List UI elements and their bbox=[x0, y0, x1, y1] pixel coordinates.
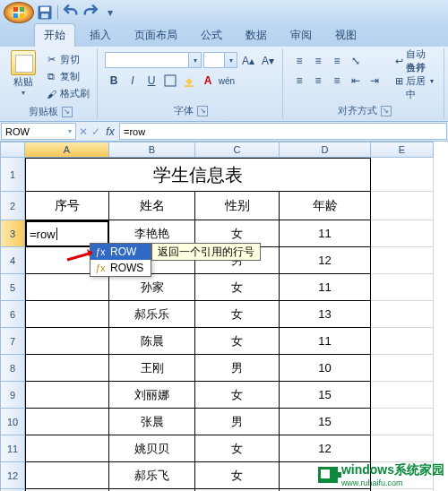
col-header-b[interactable]: B bbox=[109, 142, 195, 158]
col-header-e[interactable]: E bbox=[371, 142, 434, 158]
shrink-font-button[interactable]: A▾ bbox=[259, 52, 277, 70]
align-bottom-button[interactable]: ≡ bbox=[328, 52, 346, 70]
cell[interactable] bbox=[371, 435, 434, 462]
cell[interactable]: 陈晨 bbox=[109, 328, 195, 355]
cell[interactable] bbox=[25, 301, 109, 328]
cell[interactable]: 王刚 bbox=[109, 355, 195, 382]
cell[interactable]: 郝乐飞 bbox=[109, 462, 195, 489]
bold-button[interactable]: B bbox=[105, 72, 123, 90]
align-left-button[interactable]: ≡ bbox=[290, 72, 308, 90]
cell[interactable] bbox=[371, 247, 434, 274]
cell[interactable]: 张晨 bbox=[109, 409, 195, 435]
save-icon[interactable] bbox=[36, 4, 54, 22]
cell[interactable] bbox=[25, 328, 109, 355]
copy-button[interactable]: ⧉复制 bbox=[43, 69, 91, 84]
cell[interactable] bbox=[25, 435, 109, 462]
cell[interactable]: 女 bbox=[195, 382, 280, 409]
office-button[interactable] bbox=[4, 2, 34, 23]
tab-formulas[interactable]: 公式 bbox=[192, 24, 231, 47]
cell[interactable]: 女 bbox=[195, 274, 280, 301]
tab-data[interactable]: 数据 bbox=[237, 24, 276, 47]
fx-icon[interactable]: fx bbox=[102, 122, 118, 141]
qat-customize-icon[interactable]: ▾ bbox=[101, 4, 119, 22]
align-dialog-launcher[interactable]: ↘ bbox=[381, 106, 392, 116]
row-header[interactable]: 3 bbox=[0, 220, 25, 247]
tab-view[interactable]: 视图 bbox=[326, 24, 366, 47]
tab-home[interactable]: 开始 bbox=[34, 23, 75, 47]
chevron-down-icon[interactable]: ▾ bbox=[430, 77, 434, 85]
cell[interactable]: 刘丽娜 bbox=[109, 382, 195, 409]
align-middle-button[interactable]: ≡ bbox=[309, 52, 327, 70]
row-header[interactable]: 4 bbox=[0, 247, 25, 274]
row-header[interactable]: 5 bbox=[0, 274, 25, 301]
fill-color-button[interactable] bbox=[180, 72, 198, 90]
cell[interactable]: 孙家 bbox=[109, 274, 195, 301]
cell[interactable] bbox=[371, 355, 434, 382]
cell[interactable]: 郝乐乐 bbox=[109, 301, 195, 328]
cell[interactable] bbox=[25, 409, 109, 435]
cell[interactable] bbox=[371, 301, 434, 328]
cell[interactable] bbox=[371, 382, 434, 409]
cell[interactable]: 11 bbox=[280, 274, 371, 301]
tab-insert[interactable]: 插入 bbox=[81, 24, 120, 47]
row-header[interactable]: 1 bbox=[0, 158, 25, 192]
cell[interactable] bbox=[25, 355, 109, 382]
font-color-button[interactable]: A bbox=[199, 72, 217, 90]
paste-button[interactable]: 粘贴 bbox=[13, 75, 33, 89]
cell[interactable]: 年龄 bbox=[280, 192, 371, 220]
clipboard-dialog-launcher[interactable]: ↘ bbox=[62, 107, 73, 117]
row-header[interactable]: 8 bbox=[0, 355, 25, 382]
cell[interactable]: 女 bbox=[195, 301, 280, 328]
select-all-button[interactable] bbox=[0, 142, 25, 158]
cell[interactable]: 11 bbox=[280, 328, 371, 355]
row-header[interactable]: 7 bbox=[0, 328, 25, 355]
grow-font-button[interactable]: A▴ bbox=[239, 52, 257, 70]
decrease-indent-button[interactable]: ⇤ bbox=[347, 72, 365, 90]
italic-button[interactable]: I bbox=[124, 72, 142, 90]
cell[interactable]: 13 bbox=[280, 301, 371, 328]
cell[interactable] bbox=[371, 158, 434, 192]
col-header-c[interactable]: C bbox=[195, 142, 280, 158]
name-box[interactable]: ROW▾ bbox=[1, 123, 76, 140]
paste-icon[interactable] bbox=[11, 50, 36, 75]
cell[interactable] bbox=[371, 274, 434, 301]
cell[interactable]: 男 bbox=[195, 409, 280, 435]
col-header-a[interactable]: A bbox=[25, 142, 109, 158]
undo-icon[interactable] bbox=[62, 4, 80, 22]
col-header-d[interactable]: D bbox=[280, 142, 371, 158]
cell-title[interactable]: 学生信息表 bbox=[25, 158, 371, 192]
format-painter-button[interactable]: 🖌格式刷 bbox=[43, 86, 91, 101]
orientation-button[interactable]: ⤡ bbox=[347, 52, 365, 70]
cell[interactable]: 序号 bbox=[25, 192, 109, 220]
cell[interactable]: 姚贝贝 bbox=[109, 435, 195, 462]
cell[interactable]: 10 bbox=[280, 355, 371, 382]
tab-review[interactable]: 审阅 bbox=[281, 24, 321, 47]
cell[interactable]: 11 bbox=[280, 220, 371, 247]
chevron-down-icon[interactable]: ▾ bbox=[68, 127, 72, 135]
font-name-combo[interactable]: ▾ bbox=[105, 52, 202, 68]
cell[interactable] bbox=[371, 220, 434, 247]
align-right-button[interactable]: ≡ bbox=[328, 72, 346, 90]
cell[interactable] bbox=[371, 328, 434, 355]
cell[interactable]: 女 bbox=[195, 435, 280, 462]
chevron-down-icon[interactable]: ▾ bbox=[224, 53, 237, 67]
cancel-formula-button[interactable]: ✕ bbox=[77, 122, 90, 141]
enter-formula-button[interactable]: ✓ bbox=[90, 122, 102, 141]
redo-icon[interactable] bbox=[82, 4, 99, 22]
paste-dropdown-icon[interactable]: ▾ bbox=[22, 89, 25, 97]
row-header[interactable]: 2 bbox=[0, 192, 25, 220]
row-header[interactable]: 12 bbox=[0, 462, 25, 489]
row-header[interactable]: 9 bbox=[0, 382, 25, 409]
cell[interactable] bbox=[371, 409, 434, 435]
cell[interactable] bbox=[25, 274, 109, 301]
chevron-down-icon[interactable]: ▾ bbox=[188, 53, 201, 67]
border-button[interactable] bbox=[161, 72, 179, 90]
cell[interactable]: 12 bbox=[280, 247, 371, 274]
align-center-button[interactable]: ≡ bbox=[309, 72, 327, 90]
cell[interactable]: 姓名 bbox=[109, 192, 195, 220]
cell[interactable]: 女 bbox=[195, 462, 280, 489]
cut-button[interactable]: ✂剪切 bbox=[43, 52, 91, 67]
cell[interactable] bbox=[25, 382, 109, 409]
formula-input[interactable]: =row bbox=[119, 123, 447, 140]
cells-area[interactable]: 学生信息表 序号 姓名 性别 年龄 =row 李艳艳 女 11 bbox=[25, 158, 434, 491]
